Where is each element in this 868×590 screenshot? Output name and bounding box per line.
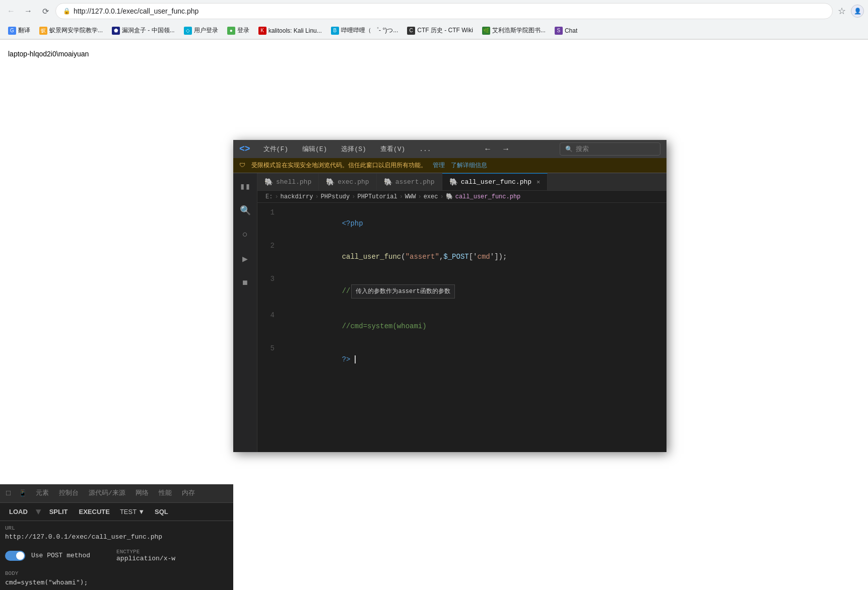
bookmark-icon-anjing: 蚁 — [39, 27, 47, 35]
menu-select[interactable]: 选择(S) — [338, 143, 369, 155]
vscode-main: 🐘 shell.php 🐘 exec.php 🐘 assert.php 🐘 ca… — [257, 173, 666, 452]
bookmark-ailihao[interactable]: 🌿 艾利浩斯学院图书... — [478, 25, 550, 36]
bookmark-icon-kalitools: K — [258, 27, 266, 35]
bookmark-icon-ctfwiki: C — [407, 27, 415, 35]
bookmark-bilibili[interactable]: B 哔哩哔哩（ ゜- °)つ... — [327, 25, 402, 36]
sidebar-icon-explorer[interactable]: ▮▮ — [236, 177, 254, 195]
bookmark-ctfwiki[interactable]: C CTF 历史 - CTF Wiki — [403, 25, 477, 36]
address-text: http://127.0.0.1/exec/call_user_func.php — [74, 7, 198, 15]
devtools-toggle-row: Use POST method enctype application/x-w — [0, 545, 233, 566]
devtools-inspect-icon[interactable]: □ — [2, 486, 15, 501]
vscode-editor[interactable]: 1 <?php 2 call_user_func("assert",$_POST… — [257, 203, 666, 452]
code-line-2: 2 call_user_func("assert",$_POST['cmd'])… — [257, 240, 666, 273]
tab-icon-shell: 🐘 — [264, 178, 273, 186]
tab-shell-php[interactable]: 🐘 shell.php — [257, 174, 319, 190]
code-line-4: 4 //cmd=system(whoami) — [257, 310, 666, 343]
dt-test-dropdown[interactable]: TEST ▼ — [117, 506, 148, 518]
devtools-toolbar: LOAD ▼ SPLIT EXECUTE TEST ▼ SQL — [0, 503, 233, 521]
restricted-msg: 受限模式旨在实现安全地浏览代码。信任此窗口以启用所有功能。 — [251, 161, 427, 170]
devtools-tab-elements[interactable]: 元素 — [31, 484, 54, 502]
devtools-url-value[interactable]: http://127.0.0.1/exec/call_user_func.php — [5, 533, 228, 541]
devtools-mobile-icon[interactable]: 📱 — [15, 486, 31, 500]
php-open-tag: <?php — [342, 219, 363, 228]
tab-call-user-func-php[interactable]: 🐘 call_user_func.php ✕ — [442, 173, 548, 190]
devtools-tab-memory[interactable]: 内存 — [177, 484, 200, 502]
vscode-restricted-bar: 🛡 受限模式旨在实现安全地浏览代码。信任此窗口以启用所有功能。 管理 了解详细信… — [233, 158, 666, 173]
dt-load-button[interactable]: LOAD — [5, 506, 32, 518]
menu-more[interactable]: ... — [416, 144, 434, 154]
bookmark-yonghu[interactable]: ◇ 用户登录 — [180, 25, 222, 36]
body-value[interactable]: cmd=system("whoami"); — [5, 578, 228, 586]
vscode-search-icon: 🔍 — [565, 145, 573, 153]
devtools-tab-performance[interactable]: 性能 — [154, 484, 177, 502]
devtools-tab-network[interactable]: 网络 — [130, 484, 154, 502]
bookmark-kalitools[interactable]: K kalitools: Kali Linu... — [254, 25, 326, 36]
vscode-search-bar[interactable]: 🔍 搜索 — [560, 142, 660, 156]
tab-icon-call-user-func: 🐘 — [449, 178, 458, 186]
back-button[interactable]: ← — [4, 4, 18, 18]
bookmark-icon-loudong: ⬟ — [112, 27, 120, 35]
dt-split-button[interactable]: SPLIT — [45, 506, 72, 518]
bookmark-icon-yonghu: ◇ — [184, 27, 192, 35]
dt-divider-1: ▼ — [36, 507, 41, 517]
vscode-back-button[interactable]: ← — [481, 143, 495, 155]
forward-button[interactable]: → — [21, 4, 35, 18]
bookmark-loudong[interactable]: ⬟ 漏洞盒子 - 中国领... — [108, 25, 179, 36]
devtools-url-label: URL — [5, 525, 228, 531]
post-method-toggle[interactable] — [5, 551, 25, 561]
devtools-tab-console[interactable]: 控制台 — [54, 484, 84, 502]
bookmark-chat[interactable]: S Chat — [551, 25, 581, 36]
devtools-enctype-area: enctype application/x-w — [116, 549, 175, 562]
learn-more-link[interactable]: 了解详细信息 — [451, 161, 487, 170]
page-hostname: laptop-hlqod2i0\moaiyuan — [8, 50, 860, 58]
vscode-search-placeholder: 搜索 — [576, 144, 589, 154]
devtools-tab-sources[interactable]: 源代码/来源 — [84, 484, 130, 502]
bookmark-anjing[interactable]: 蚁 蚁景网安学院教学... — [35, 25, 107, 36]
sidebar-icon-source-control[interactable]: ○ — [236, 226, 254, 244]
tab-assert-php[interactable]: 🐘 assert.php — [377, 174, 442, 190]
address-bar[interactable]: 🔒 http://127.0.0.1/exec/call_user_func.p… — [55, 3, 833, 19]
devtools-url-section: URL http://127.0.0.1/exec/call_user_func… — [0, 521, 233, 545]
code-tooltip: 传入的参数作为assert函数的参数 — [351, 284, 454, 299]
breadcrumb-file-icon: 🐘 — [446, 193, 453, 200]
vscode-forward-button[interactable]: → — [499, 143, 513, 155]
menu-view[interactable]: 查看(V) — [377, 143, 408, 155]
sidebar-icon-search[interactable]: 🔍 — [236, 201, 254, 219]
post-method-label: Use POST method — [31, 552, 90, 559]
sidebar-icon-run[interactable]: ▶ — [236, 250, 254, 268]
bookmark-icon-bilibili: B — [331, 27, 339, 35]
menu-file[interactable]: 文件(F) — [260, 143, 291, 155]
code-line-1: 1 <?php — [257, 207, 666, 240]
bookmark-icon-denglu: ● — [227, 27, 235, 35]
star-button[interactable]: ☆ — [836, 4, 848, 19]
body-label: Body — [5, 570, 228, 576]
page-content: laptop-hlqod2i0\moaiyuan — [0, 40, 868, 72]
bookmark-denglu[interactable]: ● 登录 — [223, 25, 253, 36]
dt-sql-button[interactable]: SQL — [151, 506, 172, 518]
bookmark-icon-ailihao: 🌿 — [482, 27, 490, 35]
menu-edit[interactable]: 编辑(E) — [299, 143, 330, 155]
manage-link[interactable]: 管理 — [433, 161, 445, 170]
cursor — [350, 355, 355, 363]
devtools-body-section: Body cmd=system("whoami"); — [0, 566, 233, 590]
bookmark-icon-translate: G — [8, 27, 16, 35]
vscode-breadcrumb: E: › hackdirry › PHPstudy › PHPTutorial … — [257, 191, 666, 203]
tab-exec-php[interactable]: 🐘 exec.php — [319, 174, 376, 190]
sidebar-icon-extensions[interactable]: ■ — [236, 274, 254, 292]
dt-execute-button[interactable]: EXECUTE — [75, 506, 114, 518]
tab-close-button[interactable]: ✕ — [537, 178, 540, 186]
lock-icon: 🔒 — [63, 8, 71, 15]
restricted-shield-icon: 🛡 — [239, 162, 245, 169]
vscode-logo-icon: <> — [239, 144, 250, 154]
tab-icon-exec: 🐘 — [326, 178, 335, 186]
reload-button[interactable]: ⟳ — [38, 4, 52, 18]
vscode-titlebar: <> 文件(F) 编辑(E) 选择(S) 查看(V) ... ← → 🔍 搜索 — [233, 140, 666, 158]
enctype-label: enctype — [116, 549, 175, 555]
devtools-tabs: □ 📱 元素 控制台 源代码/来源 网络 性能 内存 — [0, 484, 233, 503]
bookmarks-bar: G 翻译 蚁 蚁景网安学院教学... ⬟ 漏洞盒子 - 中国领... ◇ 用户登… — [0, 22, 868, 39]
bookmark-chat-label: Chat — [565, 27, 577, 34]
bookmark-icon-chat: S — [555, 27, 563, 35]
code-line-5: 5 ?> — [257, 343, 666, 376]
enctype-value: application/x-w — [116, 555, 175, 562]
bookmark-translate[interactable]: G 翻译 — [4, 25, 34, 36]
